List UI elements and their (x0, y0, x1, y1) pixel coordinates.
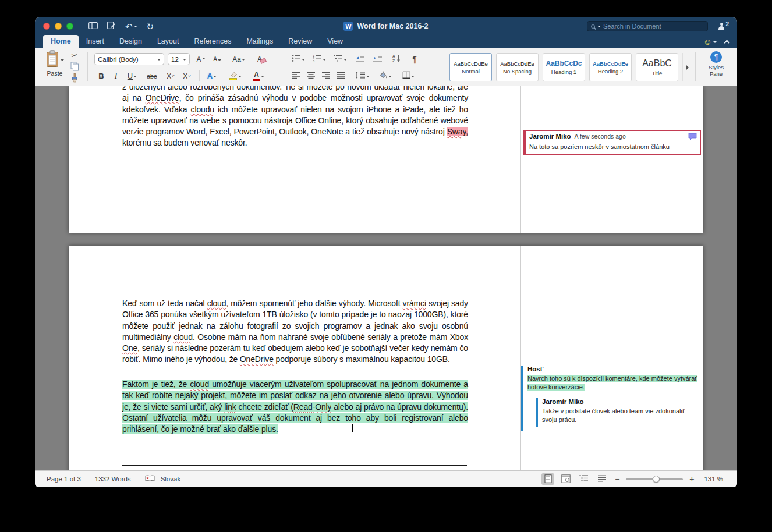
subscript-icon: X (167, 72, 171, 80)
zoom-percentage[interactable]: 131 % (704, 476, 723, 483)
search-box[interactable] (587, 21, 708, 31)
style-no-spacing[interactable]: AaBbCcDdEeNo Spacing (496, 53, 539, 81)
shading-button[interactable] (375, 70, 395, 82)
tab-home[interactable]: Home (43, 35, 79, 48)
multilevel-list-button[interactable] (331, 53, 349, 65)
decrease-indent-button[interactable] (353, 53, 368, 65)
subscript-button[interactable]: X2 (163, 70, 178, 82)
caret-down-icon (261, 76, 264, 79)
strikethrough-button[interactable]: abe (143, 70, 161, 82)
page-1[interactable]: z uložených alebo rozrobených dokumentov… (69, 86, 703, 233)
comment-bubble-icon[interactable] (688, 133, 697, 141)
justify-button[interactable] (334, 70, 348, 82)
caret-down-icon (366, 76, 370, 79)
style-heading-2[interactable]: AaBbCcDdEeHeading 2 (589, 53, 632, 81)
paragraph-text[interactable]: Keď som už teda načal cloud, môžem spome… (122, 298, 468, 366)
document-canvas[interactable]: z uložených alebo rozrobených dokumentov… (35, 86, 737, 470)
markup-area-divider (520, 246, 521, 470)
borders-button[interactable] (398, 70, 418, 82)
bullets-button[interactable] (289, 53, 307, 65)
undo-button[interactable]: ↶ (125, 22, 137, 31)
tab-view[interactable]: View (320, 35, 350, 48)
page-indicator[interactable]: Page 1 of 3 (47, 476, 81, 483)
zoom-slider-thumb[interactable] (653, 476, 660, 483)
font-size-select[interactable]: 12 (168, 53, 190, 65)
increase-indent-button[interactable] (370, 53, 385, 65)
shrink-font-button[interactable]: A (210, 53, 225, 65)
svg-text:3: 3 (313, 59, 314, 63)
comment-card[interactable]: Jaromír Miko A few seconds ago Na toto s… (523, 130, 701, 155)
text-effects-button[interactable]: A (203, 70, 221, 82)
italic-button[interactable]: I (109, 70, 122, 82)
comment-reply-card[interactable]: Jaromír Miko Takže v podstate človek ale… (542, 398, 700, 424)
zoom-in-button[interactable]: + (688, 474, 695, 484)
numbering-button[interactable]: 123 (310, 53, 328, 65)
zoom-slider[interactable] (626, 475, 683, 483)
page-2[interactable]: Keď som už teda načal cloud, môžem spome… (69, 246, 703, 470)
superscript-button[interactable]: X2 (179, 70, 194, 82)
style-normal[interactable]: AaBbCcDdEeNormal (449, 53, 492, 81)
caret-down-icon (61, 59, 64, 63)
tab-layout[interactable]: Layout (150, 35, 187, 48)
close-button[interactable] (43, 23, 50, 30)
paste-button[interactable]: Paste (41, 50, 69, 84)
paragraph-text[interactable]: z uložených alebo rozrobených dokumentov… (122, 86, 468, 149)
underline-button[interactable]: U (123, 70, 141, 82)
search-icon (591, 24, 595, 29)
align-right-button[interactable] (319, 70, 333, 82)
view-print-layout-button[interactable] (541, 473, 554, 485)
tab-review[interactable]: Review (281, 35, 320, 48)
word-count[interactable]: 1332 Words (95, 476, 131, 483)
styles-pane-label: Styles Pane (704, 64, 728, 77)
format-painter-button[interactable] (68, 73, 82, 84)
ribbon: Paste ✂ Calibri (Body) 12 A A Aa A B I U… (35, 48, 737, 86)
tab-mailings[interactable]: Mailings (239, 35, 281, 48)
align-left-button[interactable] (289, 70, 303, 82)
paragraph-text-highlighted[interactable]: Faktom je tiež, že cloud umožňuje viacer… (122, 379, 468, 435)
caret-down-icon (238, 76, 242, 79)
language-indicator[interactable]: Slovak (161, 476, 181, 483)
titlebar[interactable]: ↶ ↻ W Word for Mac 2016-2 2 (35, 17, 737, 35)
fullscreen-button[interactable] (66, 23, 73, 30)
font-color-button[interactable]: A (249, 70, 268, 82)
collaborators-button[interactable]: 2 (718, 21, 729, 30)
grow-font-button[interactable]: A (193, 53, 208, 65)
zoom-out-button[interactable]: − (614, 474, 621, 484)
comment-card[interactable]: Hosť Navrch toho sú k dispozícii komentá… (527, 366, 702, 391)
save-button[interactable] (107, 22, 116, 31)
view-web-layout-button[interactable] (559, 473, 572, 485)
highlight-button[interactable] (225, 70, 246, 82)
align-center-button[interactable] (304, 70, 318, 82)
style-heading-1[interactable]: AaBbCcDcHeading 1 (543, 53, 585, 81)
view-outline-button[interactable] (578, 473, 590, 485)
styles-pane-button[interactable]: ¶ Styles Pane (699, 51, 734, 84)
view-draft-button[interactable] (596, 473, 608, 485)
sidebar-toggle-button[interactable] (88, 22, 98, 31)
collapse-ribbon-button[interactable] (725, 37, 729, 47)
cut-button[interactable]: ✂ (68, 50, 82, 61)
style-gallery-more-button[interactable] (682, 53, 692, 81)
style-title[interactable]: AaBbCTitle (636, 53, 678, 81)
sort-button[interactable]: AZ (389, 53, 404, 65)
redo-icon: ↻ (147, 22, 154, 31)
print-layout-icon (544, 474, 553, 484)
text-run: , môžem spomenúť jeho ďalšie výhody. Mic… (226, 299, 402, 308)
tab-insert[interactable]: Insert (79, 35, 112, 48)
redo-button[interactable]: ↻ (147, 22, 154, 31)
font-name-select[interactable]: Calibri (Body) (94, 53, 164, 65)
show-formatting-marks-button[interactable]: ¶ (408, 53, 422, 65)
clear-formatting-button[interactable]: A (252, 53, 268, 65)
text-run: ktorému sa budem venovať neskôr. (122, 138, 247, 147)
bold-button[interactable]: B (94, 70, 108, 82)
desktop-background: ↶ ↻ W Word for Mac 2016-2 2 HomeInsertDe… (0, 0, 772, 532)
proofing-status-icon[interactable] (145, 475, 155, 483)
search-input[interactable] (603, 23, 704, 30)
minimize-button[interactable] (55, 23, 62, 30)
tab-references[interactable]: References (186, 35, 239, 48)
line-spacing-button[interactable] (353, 70, 371, 82)
copy-button[interactable] (68, 62, 82, 73)
change-case-button[interactable]: Aa (229, 53, 248, 65)
feedback-button[interactable]: ☺ (703, 37, 717, 46)
font-size-value: 12 (171, 56, 183, 63)
tab-design[interactable]: Design (112, 35, 150, 48)
